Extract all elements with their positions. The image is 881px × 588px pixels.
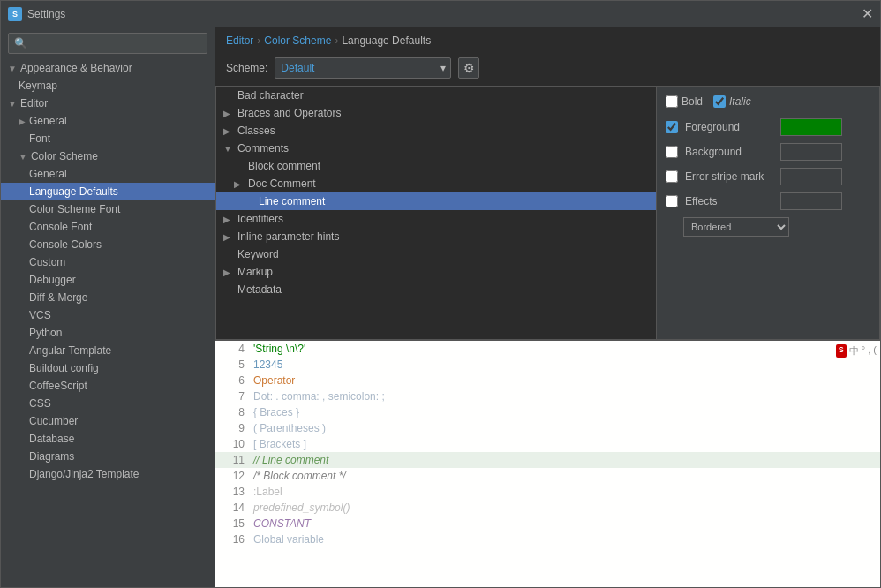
line-content: CONSTANT [253,517,311,530]
line-content: Operator [253,374,295,387]
tree-item-identifiers[interactable]: ▶ Identifiers [216,210,656,228]
sidebar-item-angular[interactable]: Angular Template [1,342,215,359]
error-stripe-checkbox[interactable] [666,170,678,183]
line-content: { Braces } [253,406,299,418]
italic-checkbox[interactable] [713,95,726,108]
gear-button[interactable]: ⚙ [458,57,479,79]
middle-panel: Bad character ▶ Braces and Operators ▶ C… [215,86,880,340]
sidebar-item-buildout[interactable]: Buildout config [1,359,215,377]
line-number: 9 [222,422,245,434]
sidebar-item-appearance[interactable]: ▼ Appearance & Behavior [1,59,215,77]
tree-item-metadata[interactable]: Metadata [216,281,656,298]
sidebar-item-general[interactable]: ▶ General [1,112,215,130]
bold-label: Bold [681,95,703,108]
sidebar-label: Custom [29,256,65,268]
sidebar-label: Font [29,132,50,145]
sidebar-label: Django/Jinja2 Template [29,468,139,480]
tree-item-braces[interactable]: ▶ Braces and Operators [216,104,656,122]
sidebar-item-css[interactable]: CSS [1,395,215,412]
settings-window: S Settings ✕ ▼ Appearance & Behavior Key… [0,0,881,588]
line-content: Global variable [253,533,324,546]
preview-line-16: 16 Global variable [215,531,880,547]
tree-item-keyword[interactable]: Keyword [216,245,656,263]
sidebar-item-color-scheme[interactable]: ▼ Color Scheme [1,147,215,165]
bold-checkbox-label[interactable]: Bold [666,95,703,108]
sidebar-label: Diff & Merge [29,291,87,304]
sidebar-item-color-scheme-font[interactable]: Color Scheme Font [1,200,215,218]
tree-item-bad-char[interactable]: Bad character [216,87,656,104]
sidebar-item-vcs[interactable]: VCS [1,306,215,324]
tree-label: Braces and Operators [237,107,341,119]
sidebar-item-django[interactable]: Django/Jinja2 Template [1,465,215,483]
sidebar-item-debugger[interactable]: Debugger [1,271,215,289]
breadcrumb-editor[interactable]: Editor [226,34,253,47]
italic-checkbox-label[interactable]: Italic [713,95,751,108]
effects-color-swatch[interactable] [780,192,842,210]
sidebar-item-console-font[interactable]: Console Font [1,218,215,236]
sidebar-item-diff-merge[interactable]: Diff & Merge [1,289,215,306]
tree-item-line-comment[interactable]: Line comment [216,192,656,210]
error-stripe-color-swatch[interactable] [780,168,842,185]
sidebar-item-coffeescript[interactable]: CoffeeScript [1,377,215,395]
preview-line-9: 9 ( Parentheses ) [215,420,880,436]
tree-label: Block comment [248,160,320,172]
tree-item-classes[interactable]: ▶ Classes [216,122,656,139]
close-button[interactable]: ✕ [862,7,873,21]
search-box [1,27,215,59]
tree-item-comments[interactable]: ▼ Comments [216,139,656,157]
sidebar-item-custom[interactable]: Custom [1,253,215,271]
search-input[interactable] [8,33,207,54]
tree-label: Metadata [237,283,282,296]
sidebar-item-python[interactable]: Python [1,324,215,342]
sidebar-item-console-colors[interactable]: Console Colors [1,236,215,253]
expand-arrow: ▼ [8,99,17,109]
background-color-swatch[interactable] [780,143,842,161]
background-label: Background [685,146,773,158]
line-content: [ Brackets ] [253,438,306,450]
sidebar-item-language-defaults[interactable]: Language Defaults [1,183,215,200]
sidebar-item-keymap[interactable]: Keymap [1,77,215,94]
background-checkbox[interactable] [666,146,678,158]
line-content: ( Parentheses ) [253,422,326,434]
sidebar-label: Color Scheme Font [29,203,120,215]
error-stripe-label: Error stripe mark [685,170,773,183]
tree-label: Identifiers [237,213,283,225]
tree-item-doc-comment[interactable]: ▶ Doc Comment [216,175,656,192]
sidebar-item-database[interactable]: Database [1,430,215,448]
sidebar-label: Console Font [29,221,92,233]
tree-item-markup[interactable]: ▶ Markup [216,263,656,281]
foreground-checkbox[interactable] [666,121,678,133]
tree-item-block-comment[interactable]: Block comment [216,157,656,175]
tree-arrow: ▶ [223,268,234,277]
sidebar-item-diagrams[interactable]: Diagrams [1,448,215,465]
preview-line-5: 5 12345 [215,357,880,373]
preview-line-4: 4 'String \n\?' [215,341,880,357]
sidebar-item-general-cs[interactable]: General [1,165,215,183]
tree-label: Line comment [259,195,325,207]
scheme-dropdown-wrap: Default Classic Light Darcula High Contr… [275,57,451,79]
breadcrumb-current: Language Defaults [342,34,431,47]
line-number: 14 [222,501,245,514]
effects-row: Effects [666,192,870,210]
tree-arrow: ▶ [223,215,234,224]
sidebar-label: Buildout config [29,362,99,374]
scheme-select[interactable]: Default Classic Light Darcula High Contr… [275,57,451,79]
sidebar-item-editor[interactable]: ▼ Editor [1,94,215,112]
sidebar-label: Database [29,433,74,445]
preview-icons: S 中 ° , ( [836,344,877,358]
props-panel: Bold Italic Foreground [657,86,880,340]
effects-type-select[interactable]: Bordered Underscored Bold Underscored Un… [683,217,789,237]
sidebar-label: General [29,115,67,127]
sidebar: ▼ Appearance & Behavior Keymap ▼ Editor … [1,27,215,587]
tree-arrow: ▶ [223,232,234,242]
sidebar-item-cucumber[interactable]: Cucumber [1,412,215,430]
effects-checkbox[interactable] [666,195,678,207]
preview-line-15: 15 CONSTANT [215,516,880,531]
tree-item-inline-hints[interactable]: ▶ Inline parameter hints [216,228,656,245]
sidebar-item-font[interactable]: Font [1,130,215,147]
foreground-color-swatch[interactable] [780,118,842,136]
bold-checkbox[interactable] [666,95,678,108]
breadcrumb-colorscheme[interactable]: Color Scheme [264,34,331,47]
tree-label: Bad character [237,89,304,102]
breadcrumb-sep2: › [335,34,338,47]
